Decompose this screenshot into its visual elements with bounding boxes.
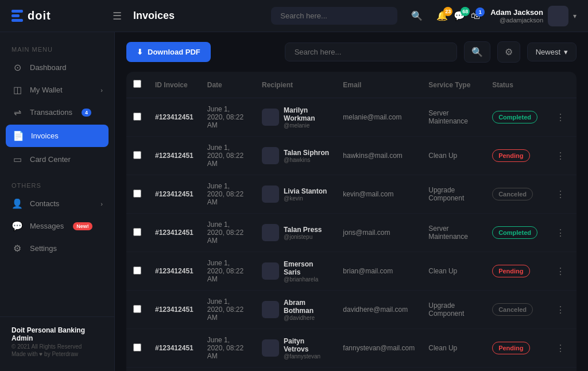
more-options-button[interactable]: ⋮ bbox=[551, 148, 570, 164]
invoices-table-container: ID Invoice Date Recipient Email Service … bbox=[126, 72, 577, 371]
more-options-button[interactable]: ⋮ bbox=[551, 187, 570, 202]
hamburger-icon[interactable]: ☰ bbox=[113, 10, 122, 22]
user-info: Adam Jackson @adamjackson ▾ bbox=[490, 6, 577, 26]
sidebar-item-card-center[interactable]: ▭ Card Center bbox=[0, 148, 114, 171]
invoice-status: Canceled bbox=[485, 291, 544, 329]
user-name: Adam Jackson bbox=[490, 8, 543, 17]
invoice-recipient: Desirae Siphron @angelamoss bbox=[255, 368, 336, 372]
sidebar-item-contacts[interactable]: 👤 Contacts › bbox=[0, 192, 114, 215]
row-checkbox[interactable] bbox=[133, 151, 141, 159]
select-all-checkbox[interactable] bbox=[133, 80, 141, 88]
recipient-avatar bbox=[262, 186, 279, 203]
more-options-button[interactable]: ⋮ bbox=[551, 341, 570, 356]
invoice-recipient: Talan Siphron @hawkins bbox=[255, 137, 336, 175]
row-checkbox[interactable] bbox=[133, 305, 141, 313]
recipient-handle: @kevin bbox=[284, 195, 327, 202]
invoice-email: davidhere@mail.com bbox=[336, 291, 421, 329]
topnav: doit ☰ Invoices 🔍 🔔 23 💬 68 🛍 1 Adam Jac… bbox=[0, 0, 588, 32]
recipient-name: Paityn Vetrovs bbox=[284, 337, 329, 353]
sidebar-item-messages[interactable]: 💬 Messages New! bbox=[0, 215, 114, 237]
row-checkbox[interactable] bbox=[133, 113, 141, 121]
status-badge: Canceled bbox=[492, 188, 533, 200]
sidebar: Main Menu ⊙ Dashboard ◫ My Wallet › ⇌ Tr… bbox=[0, 32, 115, 371]
arrow-icon: › bbox=[100, 87, 103, 94]
sidebar-item-dashboard[interactable]: ⊙ Dashboard bbox=[0, 56, 114, 79]
notification-bag[interactable]: 🛍 1 bbox=[471, 11, 480, 21]
col-id: ID Invoice bbox=[148, 72, 200, 98]
arrow-icon: › bbox=[100, 200, 103, 207]
invoice-email: jons@mail.com bbox=[336, 214, 421, 252]
filter-button[interactable]: ⚙ bbox=[497, 41, 520, 63]
recipient-handle: @jonistepu bbox=[284, 234, 322, 240]
invoice-service: Clean Up bbox=[421, 329, 485, 368]
contacts-icon: 👤 bbox=[11, 198, 23, 209]
notification-chat[interactable]: 💬 68 bbox=[454, 10, 465, 21]
sidebar-item-label: Invoices bbox=[31, 132, 59, 140]
invoice-search-input[interactable] bbox=[285, 42, 457, 61]
col-recipient: Recipient bbox=[255, 72, 336, 98]
status-badge: Completed bbox=[492, 226, 537, 239]
invoice-email: fannystevan@mail.com bbox=[336, 329, 421, 368]
sidebar-item-label: My Wallet bbox=[30, 86, 63, 94]
sort-chevron-icon: ▾ bbox=[564, 48, 568, 56]
invoice-recipient: Marilyn Workman @melanie bbox=[255, 98, 336, 137]
chevron-down-icon[interactable]: ▾ bbox=[573, 12, 577, 20]
table-row: #123412451 June 1, 2020, 08:22 AM Talan … bbox=[126, 137, 577, 175]
more-options-button[interactable]: ⋮ bbox=[551, 110, 570, 125]
invoice-search-button[interactable]: 🔍 bbox=[464, 41, 490, 63]
notification-bell[interactable]: 🔔 23 bbox=[436, 10, 448, 21]
row-checkbox[interactable] bbox=[133, 228, 141, 236]
invoice-date: June 1, 2020, 08:22 AM bbox=[200, 252, 255, 291]
invoice-status: Pending bbox=[485, 329, 544, 368]
more-options-button[interactable]: ⋮ bbox=[551, 302, 570, 318]
invoice-date: June 1, 2020, 08:22 AM bbox=[200, 98, 255, 137]
invoice-service: Upgrade Component bbox=[421, 291, 485, 329]
toolbar: ⬇ Download PDF 🔍 ⚙ Newest ▾ bbox=[126, 41, 577, 63]
row-checkbox[interactable] bbox=[133, 343, 141, 351]
col-email: Email bbox=[336, 72, 421, 98]
table-row: #123412451 June 1, 2020, 08:22 AM Abram … bbox=[126, 291, 577, 329]
global-search-input[interactable] bbox=[271, 7, 397, 25]
invoice-service: Clean Up bbox=[421, 252, 485, 291]
invoice-email: angelamoss@mail.com bbox=[336, 368, 421, 372]
invoice-service: Upgrade Component bbox=[421, 368, 485, 372]
invoice-recipient: Emerson Saris @brianharela bbox=[255, 252, 336, 291]
table-row: #123412451 June 1, 2020, 08:22 AM Talan … bbox=[126, 214, 577, 252]
sort-label: Newest bbox=[536, 48, 560, 56]
status-badge: Canceled bbox=[492, 303, 533, 316]
global-search-button[interactable]: 🔍 bbox=[407, 8, 427, 24]
sidebar-item-label: Settings bbox=[30, 244, 57, 253]
table-row: #123412451 June 1, 2020, 08:22 AM Emerso… bbox=[126, 252, 577, 291]
row-checkbox[interactable] bbox=[133, 266, 141, 275]
sidebar-item-transactions[interactable]: ⇌ Transactions 4 bbox=[0, 101, 114, 123]
invoice-id: #123412451 bbox=[148, 368, 200, 372]
invoice-id: #123412451 bbox=[148, 329, 200, 368]
table-header-row: ID Invoice Date Recipient Email Service … bbox=[126, 72, 577, 98]
invoice-status: Completed bbox=[485, 98, 544, 137]
status-badge: Pending bbox=[492, 342, 529, 354]
main-content: ⬇ Download PDF 🔍 ⚙ Newest ▾ ID Invoice D… bbox=[115, 32, 588, 371]
download-pdf-button[interactable]: ⬇ Download PDF bbox=[126, 42, 211, 62]
sidebar-item-wallet[interactable]: ◫ My Wallet › bbox=[0, 79, 114, 101]
recipient-avatar bbox=[262, 147, 279, 164]
footer-made: Made with ♥ by Peterdraw bbox=[11, 351, 103, 357]
col-status: Status bbox=[485, 72, 544, 98]
sidebar-item-settings[interactable]: ⚙ Settings bbox=[0, 237, 114, 260]
sort-button[interactable]: Newest ▾ bbox=[527, 42, 577, 61]
invoice-date: June 1, 2020, 08:22 AM bbox=[200, 175, 255, 214]
recipient-name: Emerson Saris bbox=[284, 260, 329, 276]
invoice-recipient: Livia Stanton @kevin bbox=[255, 175, 336, 214]
sidebar-item-label: Messages bbox=[30, 222, 64, 230]
card-icon: ▭ bbox=[11, 154, 23, 165]
invoice-email: brian@mail.com bbox=[336, 252, 421, 291]
invoice-date: June 1, 2020, 08:22 AM bbox=[200, 137, 255, 175]
more-options-button[interactable]: ⋮ bbox=[551, 264, 570, 279]
col-date: Date bbox=[200, 72, 255, 98]
invoice-status: Pending bbox=[485, 137, 544, 175]
avatar bbox=[548, 6, 568, 26]
sidebar-item-invoices[interactable]: 📄 Invoices bbox=[6, 125, 109, 147]
row-checkbox[interactable] bbox=[133, 190, 141, 198]
user-text: Adam Jackson @adamjackson bbox=[490, 8, 543, 24]
more-options-button[interactable]: ⋮ bbox=[551, 225, 570, 241]
table-row: #123412451 June 1, 2020, 08:22 AM Marily… bbox=[126, 98, 577, 137]
